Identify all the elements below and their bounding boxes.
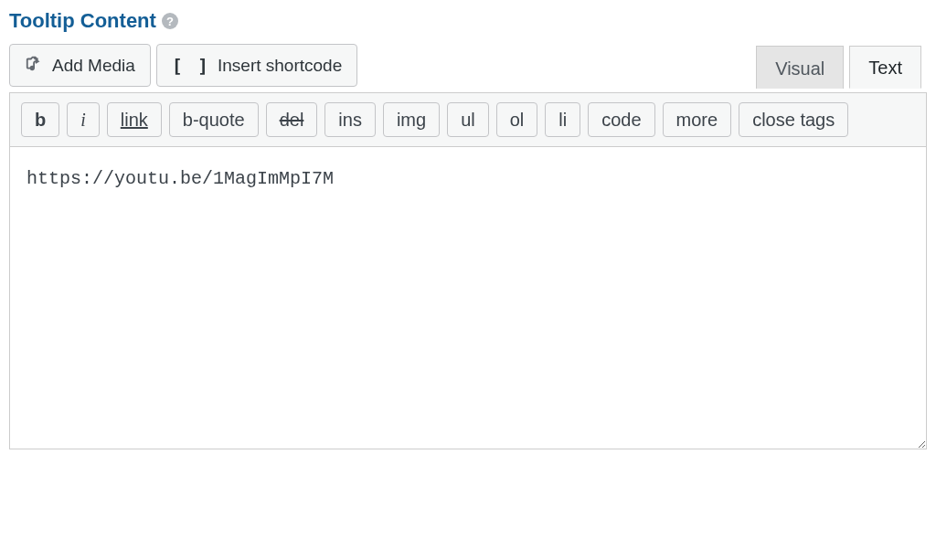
media-buttons: Add Media [ ] Insert shortcode — [9, 44, 357, 87]
qt-bquote-button[interactable]: b-quote — [169, 102, 259, 137]
insert-shortcode-button[interactable]: [ ] Insert shortcode — [156, 44, 357, 87]
content-textarea[interactable] — [10, 147, 926, 449]
editor-wrap: b i link b-quote del ins img ul ol li co… — [9, 92, 927, 449]
quicktags-toolbar: b i link b-quote del ins img ul ol li co… — [10, 93, 926, 147]
qt-img-button[interactable]: img — [383, 102, 440, 137]
add-media-label: Add Media — [52, 57, 135, 74]
section-title: Tooltip Content ? — [9, 9, 927, 33]
camera-music-icon — [25, 54, 45, 77]
add-media-button[interactable]: Add Media — [9, 44, 151, 87]
qt-ol-button[interactable]: ol — [496, 102, 538, 137]
brackets-icon: [ ] — [172, 57, 210, 75]
qt-ins-button[interactable]: ins — [324, 102, 376, 137]
qt-bold-button[interactable]: b — [21, 102, 59, 137]
qt-ul-button[interactable]: ul — [447, 102, 489, 137]
qt-italic-button[interactable]: i — [67, 102, 100, 137]
top-toolbar: Add Media [ ] Insert shortcode Visual Te… — [9, 44, 927, 87]
qt-li-button[interactable]: li — [545, 102, 580, 137]
insert-shortcode-label: Insert shortcode — [218, 57, 342, 74]
section-title-text: Tooltip Content — [9, 9, 156, 33]
tab-text[interactable]: Text — [849, 46, 921, 89]
qt-code-button[interactable]: code — [588, 102, 654, 137]
tab-visual[interactable]: Visual — [756, 46, 844, 89]
qt-link-button[interactable]: link — [107, 102, 162, 137]
qt-more-button[interactable]: more — [663, 102, 732, 137]
editor-tabs: Visual Text — [756, 44, 921, 87]
qt-close-tags-button[interactable]: close tags — [739, 102, 848, 137]
qt-del-button[interactable]: del — [266, 102, 318, 137]
help-icon[interactable]: ? — [162, 13, 178, 29]
